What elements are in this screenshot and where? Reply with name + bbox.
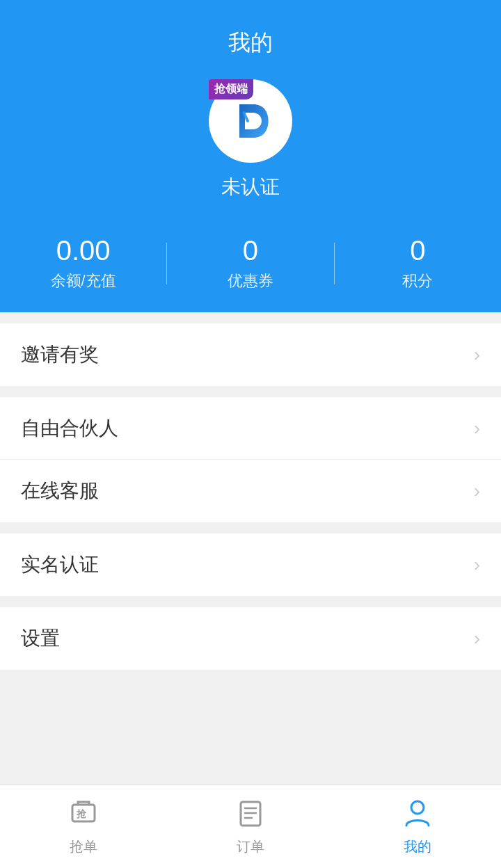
page-title: 我的 (0, 28, 501, 79)
chevron-icon-settings: › (474, 627, 480, 650)
menu-group-3: 实名认证 › (0, 533, 501, 596)
stat-label-coupon: 优惠券 (228, 271, 273, 291)
menu-label-realname: 实名认证 (21, 552, 99, 578)
menu-item-settings[interactable]: 设置 › (0, 607, 501, 670)
menu-label-support: 在线客服 (21, 478, 99, 504)
menu-item-partner[interactable]: 自由合伙人 › (0, 397, 501, 460)
menu-label-invite: 邀请有奖 (21, 341, 99, 368)
tab-bar: 抢 抢单 订单 我的 (0, 785, 501, 868)
tab-item-grab[interactable]: 抢 抢单 (0, 785, 167, 868)
stat-label-points: 积分 (402, 271, 433, 291)
avatar-wrapper: 抢领端 (209, 79, 292, 163)
mine-icon (402, 798, 433, 833)
menu-section: 邀请有奖 › 自由合伙人 › 在线客服 › 实名认证 › 设置 › (0, 312, 501, 750)
chevron-icon-invite: › (474, 344, 480, 366)
stat-item-coupon[interactable]: 0 优惠券 (167, 235, 333, 291)
menu-group-1: 邀请有奖 › (0, 323, 501, 386)
tab-item-order[interactable]: 订单 (167, 785, 334, 868)
chevron-icon-support: › (474, 480, 480, 502)
logo-svg (223, 93, 278, 149)
tab-label-mine: 我的 (404, 837, 431, 856)
svg-point-6 (411, 801, 424, 814)
stat-item-balance[interactable]: 0.00 余额/充值 (0, 235, 166, 291)
content-spacer (0, 681, 501, 750)
tab-label-grab: 抢单 (70, 837, 97, 856)
stat-value-balance: 0.00 (56, 235, 111, 266)
chevron-icon-partner: › (474, 417, 480, 440)
username: 未认证 (221, 174, 280, 200)
avatar-area: 抢领端 未认证 (0, 79, 501, 221)
stat-item-points[interactable]: 0 积分 (335, 235, 501, 291)
order-icon (235, 798, 266, 833)
stat-label-balance: 余额/充值 (51, 271, 116, 291)
svg-text:抢: 抢 (76, 808, 87, 819)
tab-label-order: 订单 (237, 837, 264, 856)
page-wrapper: 我的 (0, 0, 501, 750)
grab-icon: 抢 (68, 798, 99, 833)
stat-value-coupon: 0 (243, 235, 258, 266)
stat-value-points: 0 (410, 235, 425, 266)
menu-item-support[interactable]: 在线客服 › (0, 460, 501, 522)
menu-group-2: 自由合伙人 › 在线客服 › (0, 397, 501, 522)
badge-tag: 抢领端 (209, 79, 253, 99)
menu-label-partner: 自由合伙人 (21, 415, 118, 442)
chevron-icon-realname: › (474, 554, 480, 576)
header-section: 我的 (0, 0, 501, 312)
stats-row: 0.00 余额/充值 0 优惠券 0 积分 (0, 221, 501, 312)
menu-item-realname[interactable]: 实名认证 › (0, 533, 501, 596)
menu-label-settings: 设置 (21, 625, 60, 652)
menu-group-4: 设置 › (0, 607, 501, 670)
tab-item-mine[interactable]: 我的 (334, 785, 501, 868)
menu-item-invite[interactable]: 邀请有奖 › (0, 323, 501, 386)
